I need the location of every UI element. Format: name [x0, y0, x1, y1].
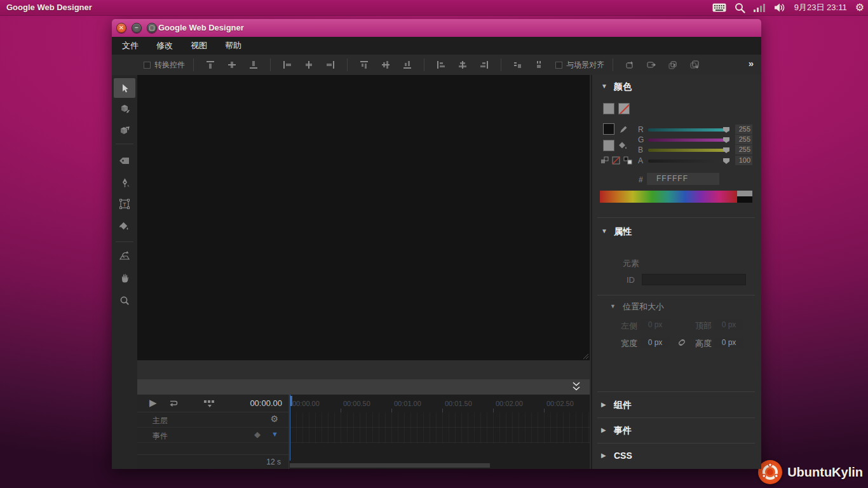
menu-modify[interactable]: 修改 — [147, 37, 182, 55]
expand-triangle-icon[interactable]: ▶ — [601, 402, 606, 408]
properties-section-header[interactable]: ▼ 属性 — [592, 225, 761, 239]
keyframe-diamond-icon[interactable]: ◆ — [254, 430, 261, 438]
menu-help[interactable]: 帮助 — [216, 37, 250, 55]
align-bottom-icon[interactable] — [248, 60, 259, 70]
align-top-icon[interactable] — [205, 60, 215, 70]
maximize-button[interactable]: ▢ — [147, 23, 157, 33]
channel-b-slider[interactable] — [648, 149, 729, 152]
menu-file[interactable]: 文件 — [113, 37, 147, 55]
expand-triangle-icon[interactable]: ▶ — [601, 452, 606, 459]
align-left-icon[interactable] — [282, 60, 292, 70]
color-swatch[interactable] — [603, 103, 614, 114]
top-value-field[interactable]: 0 px — [714, 320, 743, 330]
stroke-pencil-icon[interactable] — [619, 125, 628, 134]
height-value-field[interactable]: 0 px — [714, 337, 743, 348]
link-dimensions-icon[interactable] — [677, 337, 687, 348]
channel-r-value[interactable]: 255 — [735, 125, 752, 134]
selection-tool[interactable] — [114, 78, 135, 98]
stage-canvas[interactable] — [137, 75, 590, 360]
align-to-stage-checkbox[interactable] — [555, 62, 562, 69]
no-color-icon[interactable] — [612, 156, 620, 165]
stroke-color-swatch[interactable] — [603, 123, 614, 135]
left-value-field[interactable]: 0 px — [641, 320, 670, 330]
collapse-triangle-icon[interactable]: ▼ — [601, 83, 607, 90]
hex-input[interactable]: FFFFFF — [647, 173, 719, 185]
rotate-forward-icon[interactable] — [646, 60, 656, 70]
text-tool[interactable]: T — [114, 194, 135, 214]
default-colors-icon[interactable] — [623, 156, 632, 165]
fill-color-swatch[interactable] — [603, 140, 614, 151]
network-signal-icon[interactable] — [754, 3, 766, 12]
playhead-marker[interactable] — [290, 396, 292, 406]
minimize-button[interactable]: − — [132, 23, 142, 33]
transform-controls-checkbox[interactable] — [144, 62, 151, 69]
object-translate-3d-tool[interactable] — [114, 121, 135, 140]
object-rotate-3d-tool[interactable] — [114, 99, 135, 119]
timeline-horizontal-scrollbar[interactable] — [290, 463, 490, 468]
distribute-left-icon[interactable] — [436, 60, 446, 70]
id-input[interactable] — [642, 274, 746, 285]
color-spectrum-bar[interactable] — [600, 191, 737, 203]
timeline-collapse-bar[interactable] — [137, 379, 590, 395]
clock[interactable]: 9月23日 23:11 — [794, 2, 847, 13]
collapse-triangle-icon[interactable]: ▼ — [610, 304, 616, 309]
play-button[interactable]: ▶ — [149, 398, 157, 407]
channel-r-thumb[interactable] — [723, 127, 729, 133]
color-section-header[interactable]: ▼ 颜色 — [592, 80, 761, 94]
channel-a-thumb[interactable] — [723, 158, 729, 164]
channel-a-value[interactable]: 100 — [735, 156, 752, 165]
layer-gear-icon[interactable]: ⚙ — [270, 414, 278, 423]
distribute-right-icon[interactable] — [479, 60, 489, 70]
spectrum-grayscale-swatch[interactable] — [737, 191, 752, 203]
playhead[interactable] — [290, 395, 290, 461]
swap-colors-icon[interactable] — [600, 156, 609, 165]
channel-g-thumb[interactable] — [723, 137, 729, 143]
channel-b-value[interactable]: 255 — [735, 145, 752, 154]
distribute-bottom-icon[interactable] — [402, 60, 412, 70]
space-horizontal-icon[interactable] — [513, 60, 523, 70]
rotate-group-icon[interactable] — [689, 60, 700, 70]
volume-icon[interactable] — [774, 3, 786, 13]
channel-r-slider[interactable] — [648, 128, 729, 132]
no-color-swatch[interactable] — [618, 103, 630, 114]
tag-tool[interactable] — [114, 151, 135, 170]
rotate-copy-icon[interactable] — [668, 60, 678, 70]
menu-view[interactable]: 视图 — [182, 37, 216, 55]
keyframe-options-icon[interactable] — [203, 400, 216, 408]
channel-a-slider[interactable] — [648, 159, 729, 163]
layer-row-events[interactable]: 事件 ◆ ▼ — [137, 428, 288, 443]
channel-g-slider[interactable] — [648, 139, 729, 142]
components-section-header[interactable]: ▶ 组件 — [592, 398, 761, 412]
distribute-vertical-center-icon[interactable] — [381, 60, 391, 70]
pen-tool[interactable] — [114, 173, 135, 193]
timeline-ruler[interactable]: 00:00.00 00:00.50 00:01.00 00:01.50 00:0… — [290, 395, 590, 412]
hand-tool[interactable] — [114, 268, 135, 288]
rotate-90-cw-icon[interactable] — [625, 60, 635, 70]
channel-b-thumb[interactable] — [723, 147, 729, 153]
toolbar-overflow-button[interactable]: » — [749, 58, 752, 69]
timeline-track-area[interactable]: 00:00.00 00:00.50 00:01.00 00:01.50 00:0… — [290, 395, 590, 469]
distribute-horizontal-center-icon[interactable] — [458, 60, 468, 70]
fill-bucket-icon[interactable] — [618, 141, 629, 151]
session-gear-icon[interactable]: ⚙ — [855, 3, 864, 13]
keyboard-icon[interactable] — [712, 3, 726, 12]
events-section-header[interactable]: ▶ 事件 — [592, 424, 761, 438]
events-dropdown-icon[interactable]: ▼ — [271, 431, 278, 438]
channel-g-value[interactable]: 255 — [735, 135, 752, 144]
loop-icon[interactable] — [168, 399, 179, 407]
double-chevron-down-icon[interactable] — [572, 382, 581, 391]
distribute-top-icon[interactable] — [359, 60, 369, 70]
canvas-resize-handle[interactable] — [583, 353, 589, 360]
align-right-icon[interactable] — [325, 60, 336, 70]
layer-row-main[interactable]: 主层 ⚙ — [137, 412, 288, 428]
search-icon[interactable] — [735, 3, 745, 13]
align-horizontal-center-icon[interactable] — [304, 60, 314, 70]
css-section-header[interactable]: ▶ CSS — [592, 449, 761, 463]
width-value-field[interactable]: 0 px — [641, 337, 670, 348]
close-button[interactable]: ✕ — [116, 23, 126, 33]
paint-bucket-tool[interactable] — [114, 217, 135, 236]
stage-rotate-3d-tool[interactable] — [114, 246, 135, 266]
align-vertical-center-icon[interactable] — [227, 60, 237, 70]
expand-triangle-icon[interactable]: ▶ — [601, 427, 606, 433]
space-vertical-icon[interactable] — [534, 60, 545, 70]
